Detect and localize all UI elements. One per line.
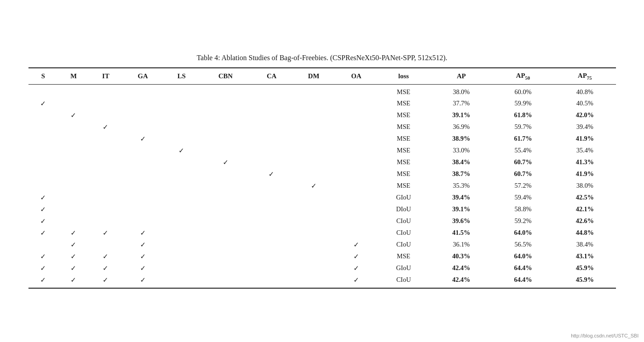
cell-S-5	[28, 145, 58, 157]
cell-LS-5: ✓	[164, 145, 200, 157]
cell-M-0	[58, 84, 89, 98]
table-row: ✓MSE39.1%61.8%42.0%	[28, 109, 616, 121]
cell-S-10: ✓	[28, 204, 58, 215]
cell-CBN-15	[200, 262, 252, 274]
cell-loss-6: MSE	[377, 157, 431, 168]
cell-LS-3	[164, 121, 200, 133]
cell-AP-9: 39.4%	[430, 192, 492, 204]
table-row: ✓MSE38.7%60.7%41.9%	[28, 168, 616, 180]
cell-LS-8	[164, 180, 200, 192]
col-header-AP: AP	[430, 68, 492, 85]
header-row: S M IT GA LS CBN CA DM OA loss AP AP50 A…	[28, 68, 616, 85]
cell-IT-9	[89, 192, 122, 204]
cell-CA-10	[252, 204, 292, 215]
cell-M-14: ✓	[58, 251, 89, 262]
col-header-S: S	[28, 68, 58, 85]
cell-S-6	[28, 157, 58, 168]
cell-OA-4	[336, 133, 377, 145]
cell-IT-14: ✓	[89, 251, 122, 262]
cell-AP75-4: 41.9%	[554, 133, 616, 145]
cell-AP50-16: 64.4%	[492, 274, 554, 288]
cell-GA-14: ✓	[122, 251, 164, 262]
cell-OA-7	[336, 168, 377, 180]
cell-CA-3	[252, 121, 292, 133]
cell-AP-15: 42.4%	[430, 262, 492, 274]
cell-DM-14	[291, 251, 335, 262]
table-row: ✓MSE38.4%60.7%41.3%	[28, 157, 616, 168]
cell-M-11	[58, 215, 89, 227]
cell-AP50-11: 59.2%	[492, 215, 554, 227]
cell-CA-13	[252, 239, 292, 251]
cell-OA-8	[336, 180, 377, 192]
cell-CA-16	[252, 274, 292, 288]
cell-CA-6	[252, 157, 292, 168]
cell-CBN-9	[200, 192, 252, 204]
cell-AP75-9: 42.5%	[554, 192, 616, 204]
cell-DM-0	[291, 84, 335, 98]
cell-S-3	[28, 121, 58, 133]
cell-loss-15: GIoU	[377, 262, 431, 274]
cell-GA-1	[122, 98, 164, 109]
table-row: ✓DIoU39.1%58.8%42.1%	[28, 204, 616, 215]
cell-AP-13: 36.1%	[430, 239, 492, 251]
cell-S-16: ✓	[28, 274, 58, 288]
main-table: S M IT GA LS CBN CA DM OA loss AP AP50 A…	[28, 67, 616, 288]
cell-AP50-7: 60.7%	[492, 168, 554, 180]
cell-OA-2	[336, 109, 377, 121]
cell-IT-6	[89, 157, 122, 168]
cell-DM-11	[291, 215, 335, 227]
col-header-DM: DM	[291, 68, 335, 85]
cell-AP50-13: 56.5%	[492, 239, 554, 251]
cell-M-10	[58, 204, 89, 215]
cell-AP50-3: 59.7%	[492, 121, 554, 133]
cell-AP50-0: 60.0%	[492, 84, 554, 98]
cell-DM-8: ✓	[291, 180, 335, 192]
cell-M-4	[58, 133, 89, 145]
cell-AP75-1: 40.5%	[554, 98, 616, 109]
cell-GA-13: ✓	[122, 239, 164, 251]
cell-OA-1	[336, 98, 377, 109]
cell-GA-12: ✓	[122, 227, 164, 239]
cell-OA-16: ✓	[336, 274, 377, 288]
cell-OA-15: ✓	[336, 262, 377, 274]
cell-CA-8	[252, 180, 292, 192]
cell-loss-3: MSE	[377, 121, 431, 133]
cell-GA-2	[122, 109, 164, 121]
cell-loss-10: DIoU	[377, 204, 431, 215]
cell-AP50-14: 64.0%	[492, 251, 554, 262]
cell-IT-12: ✓	[89, 227, 122, 239]
cell-CBN-2	[200, 109, 252, 121]
cell-CBN-10	[200, 204, 252, 215]
cell-loss-2: MSE	[377, 109, 431, 121]
cell-LS-11	[164, 215, 200, 227]
cell-GA-3	[122, 121, 164, 133]
cell-DM-12	[291, 227, 335, 239]
cell-AP75-8: 38.0%	[554, 180, 616, 192]
cell-DM-9	[291, 192, 335, 204]
table-row: ✓GIoU39.4%59.4%42.5%	[28, 192, 616, 204]
cell-OA-12	[336, 227, 377, 239]
cell-CBN-13	[200, 239, 252, 251]
cell-CBN-16	[200, 274, 252, 288]
cell-AP75-16: 45.9%	[554, 274, 616, 288]
cell-IT-3: ✓	[89, 121, 122, 133]
col-header-AP75: AP75	[554, 68, 616, 85]
cell-IT-2	[89, 109, 122, 121]
table-wrapper: Table 4: Ablation Studies of Bag-of-Free…	[28, 54, 616, 289]
cell-M-5	[58, 145, 89, 157]
cell-CBN-8	[200, 180, 252, 192]
cell-AP50-5: 55.4%	[492, 145, 554, 157]
cell-DM-4	[291, 133, 335, 145]
table-row: ✓✓✓✓✓CIoU42.4%64.4%45.9%	[28, 274, 616, 288]
cell-IT-5	[89, 145, 122, 157]
table-row: ✓MSE36.9%59.7%39.4%	[28, 121, 616, 133]
col-header-M: M	[58, 68, 89, 85]
cell-S-1: ✓	[28, 98, 58, 109]
cell-IT-13	[89, 239, 122, 251]
cell-AP75-6: 41.3%	[554, 157, 616, 168]
cell-AP50-10: 58.8%	[492, 204, 554, 215]
col-header-CA: CA	[252, 68, 292, 85]
cell-CA-12	[252, 227, 292, 239]
cell-GA-7	[122, 168, 164, 180]
cell-M-6	[58, 157, 89, 168]
